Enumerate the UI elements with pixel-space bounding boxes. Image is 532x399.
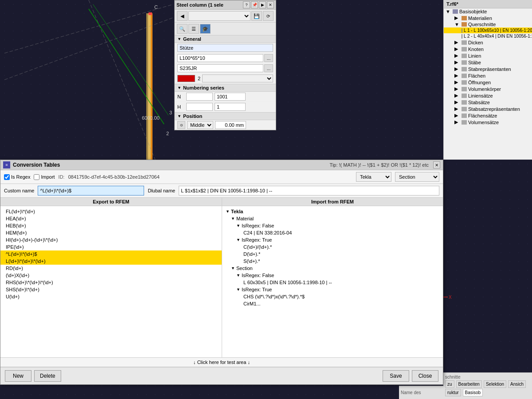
export-list-item-6[interactable]: IPE(\d+) (0, 243, 222, 250)
numbering-section-header[interactable]: ▼ Numbering series (175, 84, 276, 92)
conv-close-button[interactable]: ✕ (433, 161, 440, 168)
save-button[interactable]: Save (383, 370, 409, 382)
tree-item-basisobjekte[interactable]: ▼ Basisobjekte (444, 8, 532, 15)
is-regex-checkbox-label[interactable]: Is Regex (4, 174, 30, 180)
num-h-label: H (177, 104, 186, 110)
nav-back-button[interactable]: ◀ (177, 11, 188, 21)
is-regex-checkbox[interactable] (4, 174, 10, 180)
export-list-item-11[interactable]: RHS(\d+)\*(\d+)\*(\d+) (0, 279, 222, 286)
tree-item-volumenkorper[interactable]: ▶ Volumenkörper (444, 86, 532, 92)
tree-item-dicken[interactable]: ▶ Dicken (444, 39, 532, 46)
export-list-item-1[interactable]: FL(\d+)\*(\d+) (0, 208, 222, 215)
svg-text:X: X (449, 295, 452, 300)
import-sec-l60-label: L 60x30x5 | DIN EN 10056-1:1998-10 | -- (243, 280, 332, 285)
delete-button[interactable]: Delete (34, 370, 61, 382)
bottom-tab-ruktur[interactable]: ruktur (445, 389, 461, 396)
import-mat-isregex-false[interactable]: ▼ IsRegex: False (222, 222, 443, 229)
num-n-start[interactable] (215, 93, 246, 101)
field-section-input[interactable] (177, 54, 263, 62)
tree-item-linien[interactable]: ▶ Linien (444, 52, 532, 59)
save-panel-button[interactable]: 💾 (251, 11, 262, 21)
color-select[interactable] (202, 74, 273, 82)
tree-item-stabsatze[interactable]: ▶ Stabsätze (444, 99, 532, 106)
action-bar: New Delete Save Close (0, 367, 443, 384)
tree-item-stabr[interactable]: ▶ Stabrepräsentanten (444, 66, 532, 72)
tree-item-offnungen[interactable]: ▶ Öffnungen (444, 79, 532, 86)
field-section-btn[interactable]: ... (264, 54, 273, 62)
menu-button[interactable]: ☰ (188, 24, 199, 34)
click-test-bar[interactable]: ↓ Click here for test area ↓ (0, 357, 443, 367)
tree-item-materialien[interactable]: ▶ Materialien (444, 15, 532, 21)
num-h-input[interactable] (186, 103, 213, 111)
hat-button[interactable]: 🎓 (200, 24, 211, 34)
import-checkbox[interactable] (34, 174, 39, 180)
general-section-header[interactable]: ▼ General (175, 35, 276, 43)
tree-item-l2[interactable]: L 2 - L 40x40x4 | DIN EN 10056-1:1998-10… (444, 33, 532, 39)
close-action-button[interactable]: Close (412, 370, 438, 382)
import-section-node[interactable]: ▼ Section (222, 265, 443, 272)
tekla-dropdown[interactable]: Tekla (356, 172, 391, 182)
bottom-tab-basisob[interactable]: Basisob (463, 389, 483, 396)
view-select[interactable] (188, 11, 250, 21)
tree-item-querschnitte[interactable]: ▼ Querschnitte (444, 21, 532, 27)
new-button[interactable]: New (5, 370, 31, 382)
import-sec-isregex-true[interactable]: ▼ IsRegex: True (222, 286, 443, 293)
refresh-button[interactable]: ⟳ (263, 11, 274, 21)
num-h-start[interactable] (215, 103, 246, 111)
tree-item-flachen[interactable]: ▶ Flächen (444, 72, 532, 79)
panel-toolbar-1: ◀ 💾 ⟳ (175, 10, 276, 23)
export-list-item-10[interactable]: (\d+)X(\d+) (0, 272, 222, 279)
dlubal-name-input[interactable] (179, 186, 439, 196)
panel-close-button[interactable]: ✕ (267, 1, 274, 8)
panel-arrow-button[interactable]: ▶ (259, 1, 266, 8)
bottom-right-tab-bearbeiten[interactable]: Bearbeiten (456, 380, 482, 388)
export-list-item-12[interactable]: SHS(\d+)\*(\d+) (0, 286, 222, 293)
bottom-right-tab-ansich[interactable]: Ansich (508, 380, 526, 388)
export-list-item-2[interactable]: HEA(\d+) (0, 215, 222, 222)
import-mat-d-pattern[interactable]: D(\d+).* (222, 250, 443, 258)
import-mat-c24[interactable]: C24 | EN 338:2016-04 (222, 229, 443, 236)
tree-item-knoten[interactable]: ▶ Knoten (444, 46, 532, 52)
import-mat-isregex-true[interactable]: ▼ IsRegex: True (222, 236, 443, 243)
import-mat-s-pattern[interactable]: S(\d+).* (222, 258, 443, 265)
tree-item-volumensatze[interactable]: ▶ Volumensätze (444, 119, 532, 125)
import-sec-isregex-false[interactable]: ▼ IsRegex: False (222, 272, 443, 279)
position-select[interactable]: Middle (187, 121, 213, 129)
import-mat-c-pattern[interactable]: C(\d+)/(\d+).* (222, 243, 443, 250)
import-sec-chs-pattern[interactable]: CHS (\d*\.?\d*)x(\d*\.?\d*).*$ (222, 293, 443, 300)
tree-item-flachensatze[interactable]: ▶ Flächensätze (444, 112, 532, 119)
export-list-item-3[interactable]: HEB(\d+) (0, 222, 222, 229)
import-sec-l60[interactable]: L 60x30x5 | DIN EN 10056-1:1998-10 | -- (222, 279, 443, 286)
export-list-item-13[interactable]: U(\d+) (0, 293, 222, 300)
tree-item-stabsatzr[interactable]: ▶ Stabsatzrepräsentanten (444, 106, 532, 112)
import-column: Import from RFEM ▼ Tekla ▼ Material ▼ Is… (222, 198, 443, 357)
export-column: Export to RFEM FL(\d+)\*(\d+) HEA(\d+) H… (0, 198, 222, 357)
export-list-item-9[interactable]: RD(\d+) (0, 265, 222, 272)
section-dropdown[interactable]: Section (395, 172, 439, 182)
export-list-item-5[interactable]: HI(\d+)-(\d+)-(\d+)\*(\d+) (0, 236, 222, 243)
export-list[interactable]: FL(\d+)\*(\d+) HEA(\d+) HEB(\d+) HEM(\d+… (0, 206, 222, 357)
search-button[interactable]: 🔍 (177, 24, 188, 34)
num-n-input[interactable] (186, 93, 213, 101)
import-sec-cirm-pattern[interactable]: CirM1... (222, 300, 443, 307)
bottom-right-tab-1[interactable]: zu (445, 380, 454, 388)
num-n-row: N (175, 92, 276, 102)
tree-item-liniensatze[interactable]: ▶ Liniensätze (444, 92, 532, 99)
export-list-item-8[interactable]: L(\d+)\*(\d+)\*(\d+) (0, 258, 222, 265)
bottom-right-tab-selektion[interactable]: Selektion (484, 380, 506, 388)
import-root[interactable]: ▼ Tekla (222, 208, 443, 215)
field-name-input[interactable] (177, 44, 273, 52)
help-button[interactable]: ? (243, 1, 250, 8)
field-material-input[interactable] (177, 64, 263, 72)
import-checkbox-label[interactable]: Import (34, 174, 55, 180)
tree-item-stabe[interactable]: ▶ Stäbe (444, 59, 532, 66)
panel-pin-button[interactable]: 📌 (251, 1, 258, 8)
export-list-item-7[interactable]: ^L(\d+)\*(\d+)$ (0, 250, 222, 258)
position-value-input[interactable] (215, 121, 246, 129)
export-list-item-4[interactable]: HEM(\d+) (0, 229, 222, 236)
custom-name-input[interactable] (38, 186, 144, 196)
tree-item-l1[interactable]: L 1 - L 100x65x10 | EN 10056-1:2017 | Ar… (444, 27, 532, 33)
field-material-btn[interactable]: ... (264, 64, 273, 72)
import-material-node[interactable]: ▼ Material (222, 215, 443, 222)
position-section-header[interactable]: ▼ Position (175, 112, 276, 120)
